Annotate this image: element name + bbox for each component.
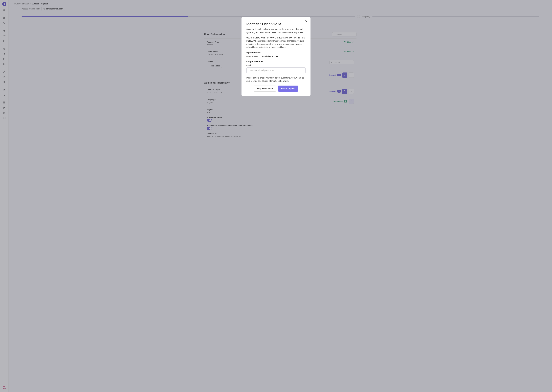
- skip-enrichment-button[interactable]: Skip Enrichment: [254, 85, 276, 91]
- identifier-enrichment-modal: ✕ Identifier Enrichment Using the input …: [241, 17, 311, 96]
- output-email-input[interactable]: [246, 67, 306, 73]
- modal-overlay: ✕ Identifier Enrichment Using the input …: [0, 0, 552, 392]
- input-identifier-heading: Input Identifier: [246, 51, 306, 54]
- modal-footer-note: Please double-check your form before sub…: [246, 76, 306, 83]
- modal-intro: Using the input identifier below, look u…: [246, 28, 306, 34]
- input-value: email@email.com: [262, 55, 278, 57]
- modal-title: Identifier Enrichment: [246, 22, 306, 26]
- close-button[interactable]: ✕: [305, 20, 308, 23]
- modal-warning: WARNING: DO NOT PUT UNVERIFIED INFORMATI…: [246, 36, 306, 49]
- output-label: email: [246, 64, 306, 66]
- input-key: coreIdentifier: [246, 55, 258, 57]
- enrich-request-button[interactable]: Enrich request: [278, 85, 298, 91]
- output-identifier-heading: Output Identifier: [246, 60, 306, 63]
